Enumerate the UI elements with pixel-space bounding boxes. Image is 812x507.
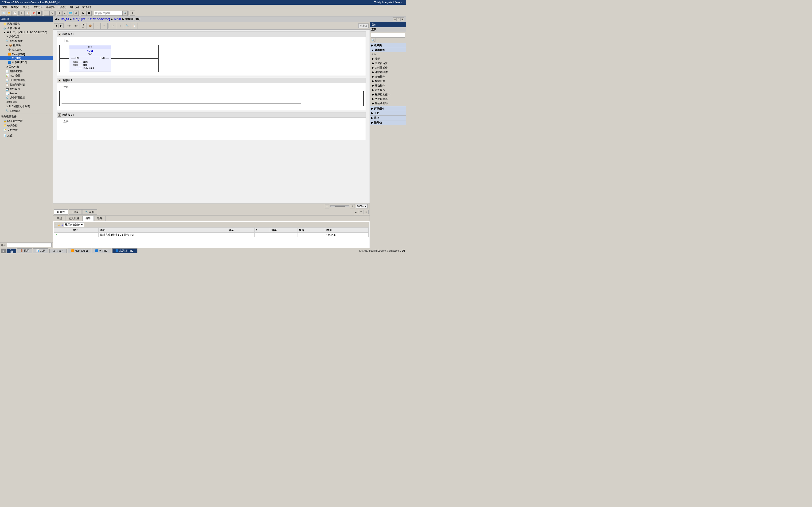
section-basic-title[interactable]: ▼ 基本指令 — [370, 48, 406, 52]
ladder-content[interactable]: ▼ 程序段 1： 主释 — [53, 30, 369, 203]
right-item-math[interactable]: ▶ 数学函数 — [371, 79, 405, 83]
sidebar-item-add-device[interactable]: 📁 添加新设备 — [0, 21, 53, 26]
ladder-branch-btn[interactable]: ↵ — [101, 23, 108, 29]
status-tab-m-fb1[interactable]: 🟦 M (FB1) — [92, 248, 111, 253]
ladder-block-btn[interactable]: 📦 — [87, 23, 94, 29]
scroll-left-btn[interactable]: ◀ — [54, 23, 58, 28]
compile-btn[interactable]: ⚙ — [57, 10, 62, 16]
right-search-input[interactable] — [371, 33, 405, 38]
segment-3-collapse[interactable]: ▼ — [58, 113, 61, 117]
menu-help[interactable]: 帮助(H) — [81, 5, 92, 9]
status-tab-plc1[interactable]: 🖥 PLC_1 — [49, 249, 67, 253]
sidebar-item-alarm-text[interactable]: ⚠ PLC 报警文本列表 — [0, 104, 53, 109]
view-btn[interactable]: 🔍 — [124, 23, 131, 29]
status-tab-door-view[interactable]: 🚪 视图 — [17, 248, 32, 253]
menu-options[interactable]: 选项(N) — [44, 5, 56, 9]
sidebar-item-proxy-data[interactable]: 📡 设备代理数据 — [0, 95, 53, 100]
sidebar-item-ext-sources[interactable]: 📄 外部源文件 — [0, 69, 53, 73]
status-tab-main-ob1[interactable]: 🟧 Main (OB1) — [68, 248, 91, 253]
right-search-btn[interactable]: 🔍 — [371, 38, 375, 42]
right-item-timer[interactable]: ▶ 定时器操作 — [371, 65, 405, 70]
right-item-word-logic[interactable]: ▶ 字逻辑运算 — [371, 97, 405, 101]
ladder-wire-btn[interactable]: → — [94, 23, 101, 29]
maximize-btn[interactable]: □ — [397, 17, 400, 21]
sidebar-item-main-ob1[interactable]: 🟧 Main [OB1] — [0, 52, 53, 56]
right-item-move[interactable]: ▶ 移动操作 — [371, 83, 405, 88]
sidebar-item-monitor[interactable]: 📋 监控与强制表 — [0, 82, 53, 87]
status-tab-pump-fb2[interactable]: 🟦 水泵组 (FB2) — [112, 248, 138, 253]
segment-2-collapse[interactable]: ▼ — [58, 79, 61, 82]
sidebar-item-plc-datatypes[interactable]: 📑 PLC 数据类型 — [0, 78, 53, 82]
status-tab-overview[interactable]: 📊 总览 — [33, 248, 48, 253]
minimize-btn[interactable]: — — [393, 17, 397, 21]
sidebar-item-doc-settings[interactable]: 📝 文档设置 — [0, 128, 53, 132]
nav-arrow-left[interactable]: ◀ — [55, 17, 57, 21]
right-item-convert[interactable]: ▶ 转换操作 — [371, 88, 405, 92]
scroll-right-btn[interactable]: ▶ — [59, 23, 64, 28]
sidebar-item-local-modules[interactable]: 🔧 本地模块 — [0, 109, 53, 113]
go-offline-btn[interactable]: 🔌 — [73, 10, 79, 16]
right-item-compare[interactable]: ▶ 比较操作 — [371, 74, 405, 79]
redo-btn[interactable]: ↪ — [49, 10, 54, 16]
zoom-in-btn[interactable]: + — [350, 204, 355, 209]
menu-online[interactable]: 在线(O) — [32, 5, 44, 9]
undo-btn[interactable]: ↩ — [44, 10, 49, 16]
new-btn[interactable]: 📄 — [1, 10, 6, 16]
sidebar-item-backup[interactable]: 💾 在线备份 — [0, 87, 53, 91]
ladder-contact-btn[interactable]: ⊣⊢ — [66, 23, 72, 29]
section-favorites-title[interactable]: ▶ 收藏夹 — [370, 43, 406, 48]
paste-btn[interactable]: 📌 — [31, 10, 36, 16]
bottom-tab-compile[interactable]: 编译 — [83, 216, 94, 221]
panel-tab-diagnostics[interactable]: 🔧 诊断 — [82, 209, 97, 215]
sidebar-item-online-diag[interactable]: 🔍 在线和诊断 — [0, 39, 53, 43]
search-btn[interactable]: 🔍 — [122, 10, 128, 16]
sidebar-item-m-fb1[interactable]: 🟦 M [FB1] — [0, 56, 53, 60]
download-btn[interactable]: ⬇ — [62, 10, 67, 16]
bottom-tab-general[interactable]: 常规 — [54, 216, 65, 221]
close-btn[interactable]: ✕ — [400, 17, 404, 21]
sidebar-item-device-config[interactable]: ⚙ 设备组态 — [0, 34, 53, 39]
bottom-tab-syntax[interactable]: 语法 — [94, 216, 105, 221]
sidebar-item-pump-fb2[interactable]: 🟦 水泵组 [FB2] — [0, 60, 53, 64]
sidebar-item-tech-objects[interactable]: ⚙ 工艺对象 — [0, 64, 53, 69]
sidebar-item-device-network[interactable]: 🔗 设备和网络 — [0, 26, 53, 31]
menu-insert[interactable]: 插入(I) — [21, 5, 32, 9]
right-item-prog-ctrl[interactable]: ▶ 程序控制指令 — [371, 92, 405, 97]
zoom-slider[interactable] — [331, 205, 349, 207]
right-item-counter[interactable]: ▶ 计数器操作 — [371, 70, 405, 74]
copy-btn[interactable]: 📋 — [25, 10, 30, 16]
settings-btn[interactable]: ⚙ — [130, 10, 135, 16]
address-view-btn[interactable]: 📋 — [131, 23, 138, 29]
bottom-tab-xref[interactable]: 交叉引用 — [65, 216, 82, 221]
sidebar-item-add-block[interactable]: ➕ 添加新块 — [0, 48, 53, 52]
open-btn[interactable]: 📂 — [7, 10, 12, 16]
start-sim-btn[interactable]: ▶ — [81, 10, 86, 16]
sidebar-item-overview[interactable]: 📊 总览 — [0, 133, 53, 138]
panel-tab-properties[interactable]: ⚙ 属性 — [54, 209, 68, 215]
sidebar-item-prog-info[interactable]: ℹ 程序信息 — [0, 100, 53, 104]
stop-sim-btn[interactable]: ⏹ — [87, 10, 92, 16]
panel-close-btn[interactable]: ✕ — [364, 210, 369, 214]
expand-all-btn[interactable]: ⬇ — [110, 23, 116, 29]
menu-view[interactable]: 视图(V) — [9, 5, 21, 9]
menu-window[interactable]: 窗口(W) — [68, 5, 80, 9]
ladder-nc-contact-btn[interactable]: ⊣/⊢ — [73, 23, 80, 29]
ladder-coil-btn[interactable]: —( )— — [80, 23, 87, 29]
right-item-bit-logic[interactable]: ▶ 位逻辑运算 — [371, 61, 405, 65]
filter-select[interactable]: 显示所有消息 — [64, 222, 84, 227]
sidebar-item-traces[interactable]: 📉 Traces — [0, 91, 53, 95]
nav-arrow-right[interactable]: ▶ — [58, 17, 59, 21]
delete-btn[interactable]: ✖ — [37, 10, 42, 16]
section-extended-title[interactable]: ▶ 扩展指令 — [370, 106, 406, 111]
right-item-shift[interactable]: ▶ 移位和循环 — [371, 101, 405, 106]
fb-block[interactable]: #P1 %B1 "M" EN — [69, 45, 111, 72]
section-tech-title[interactable]: ▶ 工艺 — [370, 111, 406, 115]
view-toggle-btn[interactable]: ⊞ — [1, 248, 6, 253]
zoom-out-btn[interactable]: − — [325, 204, 329, 209]
collapse-all-btn[interactable]: ⬆ — [117, 23, 123, 29]
panel-down-btn[interactable]: ▼ — [359, 210, 363, 214]
go-online-btn[interactable]: 🌐 — [68, 10, 73, 16]
sidebar-item-common-data[interactable]: 📁 公共数据 — [0, 123, 53, 128]
section-comm-title[interactable]: ▶ 通信 — [370, 116, 406, 120]
search-input[interactable] — [94, 11, 122, 15]
